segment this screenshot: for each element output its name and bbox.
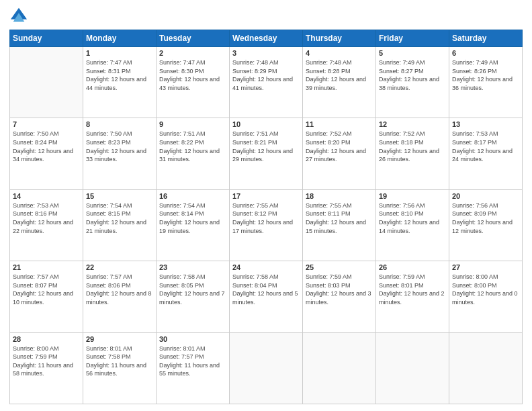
calendar-cell: 12Sunrise: 7:52 AM Sunset: 8:18 PM Dayli…: [376, 118, 449, 189]
day-number: 4: [306, 49, 373, 57]
page: SundayMondayTuesdayWednesdayThursdayFrid…: [0, 0, 532, 411]
week-row-1: 7Sunrise: 7:50 AM Sunset: 8:24 PM Daylig…: [10, 118, 523, 189]
day-number: 24: [232, 263, 300, 271]
cell-content: Sunrise: 7:55 AM Sunset: 8:11 PM Dayligh…: [306, 201, 373, 235]
day-number: 12: [379, 120, 446, 128]
cell-content: Sunrise: 7:52 AM Sunset: 8:20 PM Dayligh…: [306, 130, 373, 163]
cell-content: Sunrise: 7:49 AM Sunset: 8:26 PM Dayligh…: [452, 58, 519, 92]
calendar-cell: 13Sunrise: 7:53 AM Sunset: 8:17 PM Dayli…: [449, 118, 523, 189]
cell-content: Sunrise: 8:00 AM Sunset: 7:59 PM Dayligh…: [13, 345, 80, 378]
logo-icon: [9, 7, 28, 26]
day-number: 16: [159, 192, 226, 200]
calendar-cell: 16Sunrise: 7:54 AM Sunset: 8:14 PM Dayli…: [157, 189, 230, 261]
weekday-header-row: SundayMondayTuesdayWednesdayThursdayFrid…: [10, 30, 523, 47]
calendar-cell: 9Sunrise: 7:51 AM Sunset: 8:22 PM Daylig…: [157, 118, 230, 189]
calendar-cell: 4Sunrise: 7:48 AM Sunset: 8:28 PM Daylig…: [303, 47, 376, 118]
calendar-cell: 10Sunrise: 7:51 AM Sunset: 8:21 PM Dayli…: [230, 118, 303, 189]
cell-content: Sunrise: 7:59 AM Sunset: 8:03 PM Dayligh…: [306, 273, 373, 306]
week-row-2: 14Sunrise: 7:53 AM Sunset: 8:16 PM Dayli…: [10, 189, 523, 261]
day-number: 29: [86, 335, 153, 343]
calendar-cell: 11Sunrise: 7:52 AM Sunset: 8:20 PM Dayli…: [303, 118, 376, 189]
calendar-cell: [230, 332, 303, 404]
day-number: 13: [452, 120, 519, 128]
calendar-cell: 7Sunrise: 7:50 AM Sunset: 8:24 PM Daylig…: [10, 118, 83, 189]
day-number: 9: [159, 120, 226, 128]
calendar-cell: 2Sunrise: 7:47 AM Sunset: 8:30 PM Daylig…: [157, 47, 230, 118]
cell-content: Sunrise: 7:52 AM Sunset: 8:18 PM Dayligh…: [379, 130, 446, 163]
day-number: 10: [232, 120, 300, 128]
calendar-cell: 8Sunrise: 7:50 AM Sunset: 8:23 PM Daylig…: [83, 118, 157, 189]
day-number: 6: [452, 49, 519, 57]
calendar-cell: 25Sunrise: 7:59 AM Sunset: 8:03 PM Dayli…: [303, 261, 376, 332]
day-number: 22: [86, 263, 153, 271]
cell-content: Sunrise: 7:57 AM Sunset: 8:06 PM Dayligh…: [86, 273, 153, 306]
week-row-4: 28Sunrise: 8:00 AM Sunset: 7:59 PM Dayli…: [10, 332, 523, 404]
weekday-header-friday: Friday: [376, 30, 449, 47]
day-number: 2: [159, 49, 226, 57]
week-row-0: 1Sunrise: 7:47 AM Sunset: 8:31 PM Daylig…: [10, 47, 523, 118]
day-number: 21: [13, 263, 80, 271]
day-number: 23: [159, 263, 226, 271]
calendar-cell: 19Sunrise: 7:56 AM Sunset: 8:10 PM Dayli…: [376, 189, 449, 261]
calendar-cell: 21Sunrise: 7:57 AM Sunset: 8:07 PM Dayli…: [10, 261, 83, 332]
calendar-cell: 1Sunrise: 7:47 AM Sunset: 8:31 PM Daylig…: [83, 47, 157, 118]
day-number: 30: [159, 335, 226, 343]
calendar-cell: 24Sunrise: 7:58 AM Sunset: 8:04 PM Dayli…: [230, 261, 303, 332]
logo: [9, 7, 31, 26]
cell-content: Sunrise: 7:50 AM Sunset: 8:23 PM Dayligh…: [86, 130, 153, 163]
weekday-header-saturday: Saturday: [449, 30, 523, 47]
cell-content: Sunrise: 7:48 AM Sunset: 8:29 PM Dayligh…: [232, 58, 300, 92]
calendar-cell: [376, 332, 449, 404]
cell-content: Sunrise: 7:56 AM Sunset: 8:10 PM Dayligh…: [379, 201, 446, 235]
cell-content: Sunrise: 8:00 AM Sunset: 8:00 PM Dayligh…: [452, 273, 519, 306]
calendar-cell: 20Sunrise: 7:56 AM Sunset: 8:09 PM Dayli…: [449, 189, 523, 261]
calendar-cell: 27Sunrise: 8:00 AM Sunset: 8:00 PM Dayli…: [449, 261, 523, 332]
day-number: 1: [86, 49, 153, 57]
cell-content: Sunrise: 7:54 AM Sunset: 8:15 PM Dayligh…: [86, 201, 153, 235]
cell-content: Sunrise: 7:58 AM Sunset: 8:04 PM Dayligh…: [232, 273, 300, 306]
day-number: 26: [379, 263, 446, 271]
day-number: 25: [306, 263, 373, 271]
day-number: 7: [13, 120, 80, 128]
calendar-cell: 3Sunrise: 7:48 AM Sunset: 8:29 PM Daylig…: [230, 47, 303, 118]
calendar-cell: 6Sunrise: 7:49 AM Sunset: 8:26 PM Daylig…: [449, 47, 523, 118]
calendar-cell: [449, 332, 523, 404]
cell-content: Sunrise: 7:55 AM Sunset: 8:12 PM Dayligh…: [232, 201, 300, 235]
cell-content: Sunrise: 7:59 AM Sunset: 8:01 PM Dayligh…: [379, 273, 446, 306]
day-number: 11: [306, 120, 373, 128]
calendar-cell: 23Sunrise: 7:58 AM Sunset: 8:05 PM Dayli…: [157, 261, 230, 332]
cell-content: Sunrise: 7:50 AM Sunset: 8:24 PM Dayligh…: [13, 130, 80, 163]
cell-content: Sunrise: 8:01 AM Sunset: 7:58 PM Dayligh…: [86, 345, 153, 378]
calendar-cell: 28Sunrise: 8:00 AM Sunset: 7:59 PM Dayli…: [10, 332, 83, 404]
day-number: 17: [232, 192, 300, 200]
calendar-cell: 18Sunrise: 7:55 AM Sunset: 8:11 PM Dayli…: [303, 189, 376, 261]
cell-content: Sunrise: 7:48 AM Sunset: 8:28 PM Dayligh…: [306, 58, 373, 92]
day-number: 8: [86, 120, 153, 128]
day-number: 14: [13, 192, 80, 200]
cell-content: Sunrise: 7:51 AM Sunset: 8:22 PM Dayligh…: [159, 130, 226, 163]
weekday-header-sunday: Sunday: [10, 30, 83, 47]
weekday-header-wednesday: Wednesday: [230, 30, 303, 47]
weekday-header-monday: Monday: [83, 30, 157, 47]
calendar-cell: 17Sunrise: 7:55 AM Sunset: 8:12 PM Dayli…: [230, 189, 303, 261]
day-number: 19: [379, 192, 446, 200]
day-number: 5: [379, 49, 446, 57]
weekday-header-thursday: Thursday: [303, 30, 376, 47]
day-number: 3: [232, 49, 300, 57]
calendar-table: SundayMondayTuesdayWednesdayThursdayFrid…: [9, 30, 523, 404]
calendar-cell: 26Sunrise: 7:59 AM Sunset: 8:01 PM Dayli…: [376, 261, 449, 332]
cell-content: Sunrise: 7:54 AM Sunset: 8:14 PM Dayligh…: [159, 201, 226, 235]
cell-content: Sunrise: 8:01 AM Sunset: 7:57 PM Dayligh…: [159, 345, 226, 378]
cell-content: Sunrise: 7:47 AM Sunset: 8:31 PM Dayligh…: [86, 58, 153, 92]
day-number: 18: [306, 192, 373, 200]
week-row-3: 21Sunrise: 7:57 AM Sunset: 8:07 PM Dayli…: [10, 261, 523, 332]
calendar-cell: [10, 47, 83, 118]
day-number: 20: [452, 192, 519, 200]
cell-content: Sunrise: 7:53 AM Sunset: 8:16 PM Dayligh…: [13, 201, 80, 235]
cell-content: Sunrise: 7:53 AM Sunset: 8:17 PM Dayligh…: [452, 130, 519, 163]
cell-content: Sunrise: 7:56 AM Sunset: 8:09 PM Dayligh…: [452, 201, 519, 235]
day-number: 28: [13, 335, 80, 343]
cell-content: Sunrise: 7:58 AM Sunset: 8:05 PM Dayligh…: [159, 273, 226, 306]
calendar-cell: 15Sunrise: 7:54 AM Sunset: 8:15 PM Dayli…: [83, 189, 157, 261]
cell-content: Sunrise: 7:51 AM Sunset: 8:21 PM Dayligh…: [232, 130, 300, 163]
